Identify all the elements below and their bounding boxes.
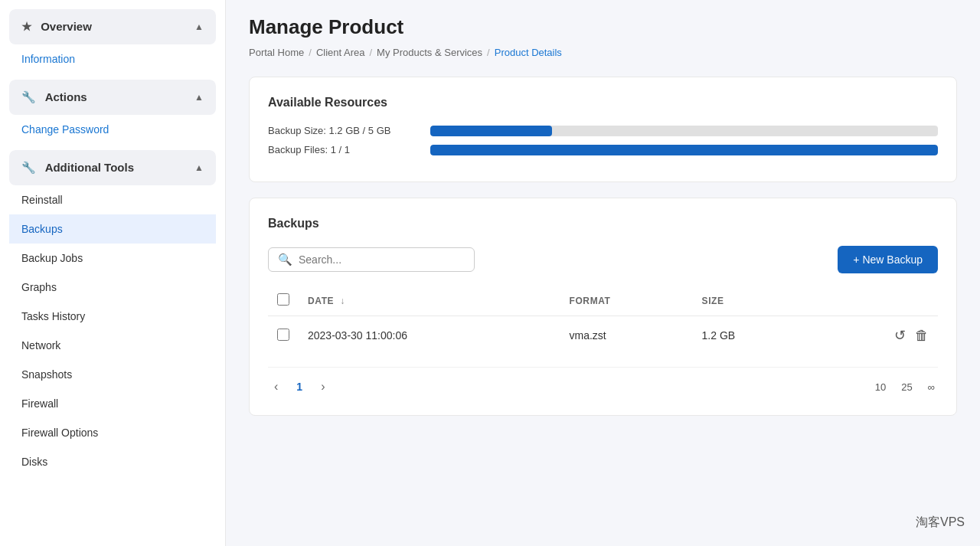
page-title: Manage Product <box>249 15 957 39</box>
wrench-icon-tools: 🔧 <box>21 161 36 174</box>
search-wrap[interactable]: 🔍 <box>268 247 475 272</box>
sidebar-actions-header[interactable]: 🔧 Actions ▲ <box>9 80 216 115</box>
col-date: DATE ↓ <box>299 286 560 316</box>
sidebar-item-snapshots[interactable]: Snapshots <box>9 360 216 389</box>
sidebar-overview-header[interactable]: ★ Overview ▲ <box>9 9 216 44</box>
sidebar-item-tasks-history[interactable]: Tasks History <box>9 302 216 331</box>
sidebar-actions-label: Actions <box>45 90 87 103</box>
search-icon: 🔍 <box>278 253 292 266</box>
col-actions <box>807 286 938 316</box>
col-format-label: FORMAT <box>570 296 611 306</box>
row-checkbox-cell <box>268 316 299 355</box>
resource-row-backup-files: Backup Files: 1 / 1 <box>268 144 938 155</box>
resources-card: Available Resources Backup Size: 1.2 GB … <box>249 77 957 182</box>
current-page: 1 <box>290 378 309 396</box>
sidebar-item-firewall-options[interactable]: Firewall Options <box>9 418 216 447</box>
chevron-up-icon-tools: ▲ <box>194 162 204 173</box>
row-actions: ↺ 🗑 <box>807 316 938 355</box>
next-page-button[interactable]: › <box>315 377 331 397</box>
sidebar-section-overview: ★ Overview ▲ Information <box>9 9 216 74</box>
breadcrumb-my-products[interactable]: My Products & Services <box>377 47 482 58</box>
select-all-col <box>268 286 299 316</box>
breadcrumb-current: Product Details <box>495 47 562 58</box>
sidebar-additional-tools-label: Additional Tools <box>45 161 134 174</box>
breadcrumb-client-area[interactable]: Client Area <box>316 47 365 58</box>
backups-toolbar: 🔍 + New Backup <box>268 246 938 273</box>
sidebar-tools-items: Reinstall Backups Backup Jobs Graphs Tas… <box>9 185 216 476</box>
breadcrumb-sep-3: / <box>487 47 490 58</box>
progress-bar-backup-size-wrap <box>430 126 938 136</box>
wrench-icon: 🔧 <box>21 90 36 103</box>
sidebar-item-backups[interactable]: Backups <box>9 214 216 244</box>
table-row: 2023-03-30 11:00:06 vma.zst 1.2 GB ↺ 🗑 <box>268 316 938 355</box>
sidebar-overview-label: Overview <box>41 20 92 33</box>
progress-bar-backup-files-fill <box>430 145 938 155</box>
resources-title: Available Resources <box>268 96 938 110</box>
resource-row-backup-size: Backup Size: 1.2 GB / 5 GB <box>268 125 938 136</box>
breadcrumb-sep-1: / <box>309 47 312 58</box>
backups-table: DATE ↓ FORMAT SIZE <box>268 286 938 355</box>
progress-bar-backup-size-fill <box>430 126 552 136</box>
sidebar-item-disks[interactable]: Disks <box>9 447 216 476</box>
delete-icon[interactable]: 🗑 <box>915 328 929 343</box>
sidebar-overview-items: Information <box>9 44 216 74</box>
resource-label-backup-size: Backup Size: 1.2 GB / 5 GB <box>268 125 421 136</box>
table-header-row: DATE ↓ FORMAT SIZE <box>268 286 938 316</box>
col-date-label: DATE <box>308 296 334 306</box>
sidebar-item-network[interactable]: Network <box>9 331 216 360</box>
sidebar-item-reinstall[interactable]: Reinstall <box>9 185 216 214</box>
sidebar-actions-items: Change Password <box>9 115 216 144</box>
resource-label-backup-files: Backup Files: 1 / 1 <box>268 144 421 155</box>
sort-icon-date[interactable]: ↓ <box>340 296 345 306</box>
pagination: ‹ 1 › 10 25 ∞ <box>268 367 938 397</box>
sidebar-item-backup-jobs[interactable]: Backup Jobs <box>9 244 216 273</box>
new-backup-button[interactable]: + New Backup <box>838 246 938 273</box>
sidebar-additional-tools-header[interactable]: 🔧 Additional Tools ▲ <box>9 150 216 185</box>
page-size-25[interactable]: 25 <box>898 380 915 394</box>
row-date: 2023-03-30 11:00:06 <box>299 316 560 355</box>
row-checkbox[interactable] <box>277 329 289 341</box>
sidebar-section-additional-tools: 🔧 Additional Tools ▲ Reinstall Backups B… <box>9 150 216 476</box>
sidebar: ★ Overview ▲ Information 🔧 Actions ▲ Cha… <box>0 0 226 546</box>
backups-card: Backups 🔍 + New Backup DATE <box>249 198 957 416</box>
backups-title: Backups <box>268 217 938 230</box>
chevron-up-icon-actions: ▲ <box>194 92 204 103</box>
col-format: FORMAT <box>560 286 693 316</box>
breadcrumb-portal-home[interactable]: Portal Home <box>249 47 304 58</box>
search-input[interactable] <box>299 253 465 266</box>
watermark: 淘客VPS <box>916 515 965 531</box>
chevron-up-icon: ▲ <box>194 21 204 32</box>
sidebar-item-firewall[interactable]: Firewall <box>9 389 216 418</box>
col-size: SIZE <box>693 286 808 316</box>
page-size-10[interactable]: 10 <box>872 380 889 394</box>
breadcrumb-sep-2: / <box>369 47 372 58</box>
row-size: 1.2 GB <box>693 316 808 355</box>
progress-bar-backup-files-wrap <box>430 145 938 155</box>
prev-page-button[interactable]: ‹ <box>268 377 284 397</box>
sidebar-item-information[interactable]: Information <box>9 44 216 74</box>
sidebar-item-change-password[interactable]: Change Password <box>9 115 216 144</box>
page-nav: ‹ 1 › <box>268 377 331 397</box>
restore-icon[interactable]: ↺ <box>894 328 906 343</box>
row-format: vma.zst <box>560 316 693 355</box>
sidebar-section-actions: 🔧 Actions ▲ Change Password <box>9 80 216 144</box>
sidebar-item-graphs[interactable]: Graphs <box>9 273 216 302</box>
page-size-all[interactable]: ∞ <box>925 380 938 394</box>
select-all-checkbox[interactable] <box>277 293 289 306</box>
main-content: Manage Product Portal Home / Client Area… <box>226 0 980 546</box>
star-icon: ★ <box>21 20 31 33</box>
page-sizes: 10 25 ∞ <box>872 380 938 394</box>
col-size-label: SIZE <box>702 296 724 306</box>
breadcrumb: Portal Home / Client Area / My Products … <box>249 47 957 58</box>
